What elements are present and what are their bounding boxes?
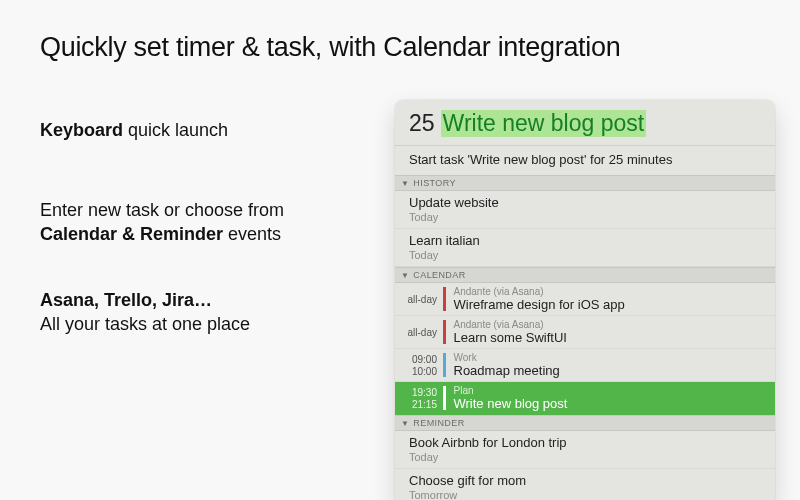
- item-subtitle: Tomorrow: [409, 489, 761, 500]
- calendar-item-title: Learn some SwiftUI: [454, 330, 766, 345]
- section-header-history[interactable]: ▼ HISTORY: [395, 175, 775, 191]
- item-subtitle: Today: [409, 451, 761, 463]
- calendar-item-body: PlanWrite new blog post: [446, 382, 776, 414]
- item-title: Book Airbnb for London trip: [409, 435, 761, 450]
- disclosure-triangle-icon: ▼: [401, 419, 409, 428]
- item-title: Choose gift for mom: [409, 473, 761, 488]
- disclosure-triangle-icon: ▼: [401, 271, 409, 280]
- quick-launch-panel: 25 Write new blog post Start task 'Write…: [395, 100, 775, 500]
- reminder-item[interactable]: Choose gift for momTomorrow: [395, 469, 775, 500]
- calendar-item-category: Andante (via Asana): [454, 319, 766, 330]
- calendar-item[interactable]: all-dayAndante (via Asana)Wireframe desi…: [395, 283, 775, 316]
- calendar-item[interactable]: 19:3021:15PlanWrite new blog post: [395, 382, 775, 415]
- calendar-item[interactable]: 09:0010:00WorkRoadmap meeting: [395, 349, 775, 382]
- calendar-item-category: Plan: [454, 385, 766, 396]
- launcher-description: Start task 'Write new blog post' for 25 …: [395, 145, 775, 175]
- calendar-item-title: Wireframe design for iOS app: [454, 297, 766, 312]
- page-title: Quickly set timer & task, with Calendar …: [40, 32, 620, 63]
- feature-calendar-reminder: Enter new task or choose from Calendar &…: [40, 198, 284, 247]
- calendar-item-time: 19:3021:15: [395, 382, 443, 414]
- calendar-item-body: Andante (via Asana)Learn some SwiftUI: [446, 316, 776, 348]
- launcher-task-highlight: Write new blog post: [441, 110, 647, 137]
- calendar-item-time: all-day: [395, 283, 443, 315]
- reminder-item[interactable]: Book Airbnb for London tripToday: [395, 431, 775, 469]
- launcher-minutes: 25: [409, 110, 435, 137]
- feature-keyboard: Keyboard quick launch: [40, 118, 228, 142]
- calendar-item-category: Work: [454, 352, 766, 363]
- item-subtitle: Today: [409, 249, 761, 261]
- disclosure-triangle-icon: ▼: [401, 179, 409, 188]
- history-item[interactable]: Learn italianToday: [395, 229, 775, 267]
- calendar-item-body: WorkRoadmap meeting: [446, 349, 776, 381]
- section-header-calendar[interactable]: ▼ CALENDAR: [395, 267, 775, 283]
- calendar-item-title: Roadmap meeting: [454, 363, 766, 378]
- item-title: Learn italian: [409, 233, 761, 248]
- calendar-item-title: Write new blog post: [454, 396, 766, 411]
- calendar-item[interactable]: all-dayAndante (via Asana)Learn some Swi…: [395, 316, 775, 349]
- item-title: Update website: [409, 195, 761, 210]
- item-subtitle: Today: [409, 211, 761, 223]
- section-header-reminder[interactable]: ▼ REMINDER: [395, 415, 775, 431]
- calendar-item-time: 09:0010:00: [395, 349, 443, 381]
- launcher-input[interactable]: 25 Write new blog post: [395, 100, 775, 145]
- history-item[interactable]: Update websiteToday: [395, 191, 775, 229]
- feature-integrations: Asana, Trello, Jira… All your tasks at o…: [40, 288, 250, 337]
- calendar-item-time: all-day: [395, 316, 443, 348]
- calendar-item-category: Andante (via Asana): [454, 286, 766, 297]
- calendar-item-body: Andante (via Asana)Wireframe design for …: [446, 283, 776, 315]
